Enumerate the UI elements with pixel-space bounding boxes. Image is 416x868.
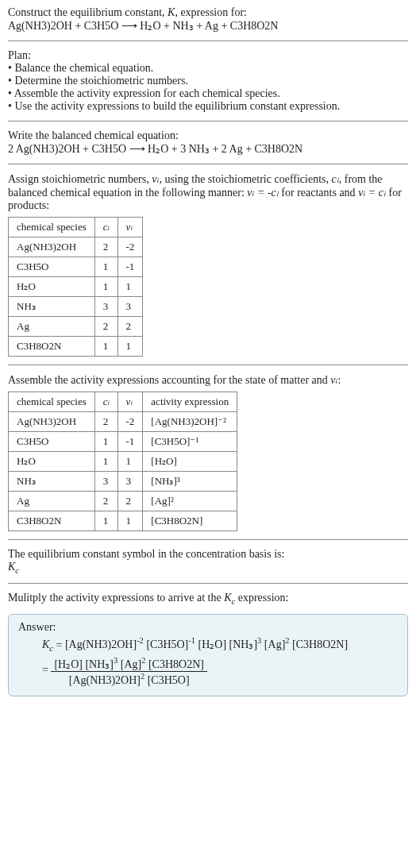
cell-nu: -1	[117, 432, 143, 452]
unbalanced-equation: Ag(NH3)2OH + C3H5O ⟶ H₂O + NH₃ + Ag + C3…	[8, 19, 408, 33]
answer-line2: = [H₂O] [NH₃]3 [Ag]2 [C3H8O2N] [Ag(NH3)2…	[42, 656, 398, 686]
table-row: Ag22	[9, 317, 143, 337]
table-row: C3H8O2N11	[9, 337, 143, 357]
table-row: H₂O11[H₂O]	[9, 452, 237, 472]
cell-species: NH₃	[9, 472, 95, 492]
cell-species: C3H5O	[9, 257, 95, 277]
cell-ci: 1	[94, 257, 117, 277]
cell-ci: 2	[94, 317, 117, 337]
divider	[8, 365, 408, 365]
col-header-species: chemical species	[9, 218, 95, 237]
table-header-row: chemical species cᵢ νᵢ	[9, 218, 143, 237]
plan-item: • Use the activity expressions to build …	[8, 100, 408, 113]
basis-section: The equilibrium constant symbol in the c…	[8, 548, 408, 575]
divider	[8, 41, 408, 41]
prompt-text-pre: Construct the equilibrium constant,	[8, 6, 168, 18]
rel2: νᵢ = cᵢ	[358, 187, 386, 199]
kc-lhs: Kc	[42, 638, 53, 650]
prompt-text-post: , expression for:	[175, 6, 247, 18]
divider	[8, 121, 408, 122]
cell-species: Ag	[9, 492, 95, 511]
table-row: Ag22[Ag]²	[9, 492, 237, 511]
plan-section: Plan: • Balance the chemical equation. •…	[8, 49, 408, 113]
cell-ci: 1	[94, 511, 117, 531]
cell-nu: -1	[117, 257, 143, 277]
cell-activity: [Ag(NH3)2OH]⁻²	[143, 412, 237, 432]
cell-species: Ag(NH3)2OH	[9, 237, 95, 257]
K-symbol: K	[168, 6, 175, 18]
cell-ci: 1	[94, 432, 117, 452]
col-header-ci: cᵢ	[94, 218, 117, 237]
cell-ci: 1	[94, 277, 117, 297]
plan-item: • Determine the stoichiometric numbers.	[8, 75, 408, 87]
cell-ci: 3	[94, 297, 117, 317]
cell-nu: 3	[117, 472, 143, 492]
cell-species: H₂O	[9, 452, 95, 472]
activity-title: Assemble the activity expressions accoun…	[8, 373, 408, 387]
col-header-species: chemical species	[9, 392, 95, 412]
balanced-equation: 2 Ag(NH3)2OH + C3H5O ⟶ H₂O + 3 NH₃ + 2 A…	[8, 142, 408, 156]
kc-inline: Kc	[224, 592, 235, 604]
cell-species: H₂O	[9, 277, 95, 297]
table-header-row: chemical species cᵢ νᵢ activity expressi…	[9, 392, 237, 412]
equals-prefix: =	[42, 664, 51, 676]
cell-species: NH₃	[9, 297, 95, 317]
table-row: H₂O11	[9, 277, 143, 297]
cell-ci: 2	[94, 492, 117, 511]
plan-item: • Assemble the activity expression for e…	[8, 87, 408, 100]
cell-ci: 2	[94, 412, 117, 432]
rel1: νᵢ = -cᵢ	[247, 187, 279, 199]
cell-nu: -2	[117, 412, 143, 432]
cell-species: C3H5O	[9, 432, 95, 452]
cell-species: C3H8O2N	[9, 337, 95, 357]
cell-nu: 1	[117, 452, 143, 472]
answer-label: Answer:	[18, 621, 398, 634]
fraction: [H₂O] [NH₃]3 [Ag]2 [C3H8O2N] [Ag(NH3)2OH…	[51, 656, 207, 686]
cell-species: Ag	[9, 317, 95, 337]
cell-species: Ag(NH3)2OH	[9, 412, 95, 432]
col-header-nu: νᵢ	[117, 392, 143, 412]
plan-title: Plan:	[8, 49, 408, 62]
divider	[8, 164, 408, 164]
cell-activity: [NH₃]³	[143, 472, 237, 492]
activity-title-post: :	[338, 374, 341, 386]
activity-title-pre: Assemble the activity expressions accoun…	[8, 374, 330, 386]
problem-prompt: Construct the equilibrium constant, K, e…	[8, 6, 408, 19]
col-header-activity: activity expression	[143, 392, 237, 412]
table-row: C3H5O1-1	[9, 257, 143, 277]
col-header-nu: νᵢ	[117, 218, 143, 237]
kc-symbol: Kc	[8, 561, 408, 575]
balanced-title: Write the balanced chemical equation:	[8, 129, 408, 142]
cell-nu: -2	[117, 237, 143, 257]
ci-symbol: cᵢ	[332, 173, 339, 185]
problem-header: Construct the equilibrium constant, K, e…	[8, 6, 408, 33]
cell-activity: [C3H5O]⁻¹	[143, 432, 237, 452]
cell-nu: 3	[117, 297, 143, 317]
stoich-text-part: , using the stoichiometric coefficients,	[159, 173, 331, 185]
table-row: NH₃33	[9, 297, 143, 317]
divider	[8, 583, 408, 584]
stoich-text: Assign stoichiometric numbers, νᵢ, using…	[8, 172, 408, 212]
cell-activity: [Ag]²	[143, 492, 237, 511]
activity-section: Assemble the activity expressions accoun…	[8, 373, 408, 531]
cell-nu: 2	[117, 317, 143, 337]
cell-activity: [C3H8O2N]	[143, 511, 237, 531]
answer-box: Answer: Kc = [Ag(NH3)2OH]-2 [C3H5O]-1 [H…	[8, 614, 408, 697]
cell-species: C3H8O2N	[9, 511, 95, 531]
answer-line1: Kc = [Ag(NH3)2OH]-2 [C3H5O]-1 [H₂O] [NH₃…	[42, 637, 398, 653]
activity-table: chemical species cᵢ νᵢ activity expressi…	[8, 392, 237, 531]
cell-ci: 3	[94, 472, 117, 492]
equals: =	[56, 638, 65, 650]
answer-content: Kc = [Ag(NH3)2OH]-2 [C3H5O]-1 [H₂O] [NH₃…	[18, 637, 398, 687]
table-row: NH₃33[NH₃]³	[9, 472, 237, 492]
cell-nu: 1	[117, 337, 143, 357]
basis-text: The equilibrium constant symbol in the c…	[8, 548, 408, 561]
multiply-text-post: expression:	[235, 592, 288, 604]
table-row: Ag(NH3)2OH2-2	[9, 237, 143, 257]
cell-nu: 1	[117, 277, 143, 297]
col-header-ci: cᵢ	[94, 392, 117, 412]
table-row: C3H5O1-1[C3H5O]⁻¹	[9, 432, 237, 452]
plan-item: • Balance the chemical equation.	[8, 62, 408, 75]
stoich-text-part: for reactants and	[279, 187, 358, 199]
cell-ci: 1	[94, 337, 117, 357]
